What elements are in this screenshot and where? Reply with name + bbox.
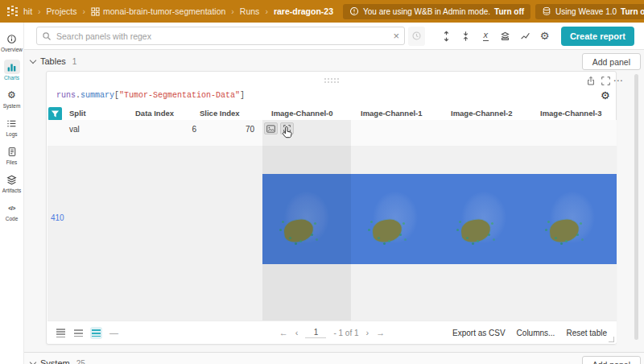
drag-handle-icon[interactable] (324, 78, 326, 80)
row-height-grid-icon[interactable] (90, 327, 102, 339)
export-panel-icon[interactable] (584, 75, 597, 86)
image-channel-1-thumbnail[interactable] (351, 174, 440, 264)
breadcrumb-separator: › (265, 6, 268, 16)
sidebar-label: Charts (4, 75, 19, 81)
clear-search-icon[interactable]: × (394, 31, 400, 41)
vertical-scrollbar[interactable] (634, 74, 638, 340)
top-navbar: hit › Projects › monai-brain-tumor-segme… (0, 0, 644, 23)
system-section-header[interactable]: System 25 (31, 358, 85, 364)
code-icon: </> (4, 201, 20, 215)
sidebar-item-logs[interactable]: Logs (0, 114, 24, 140)
add-panel-button[interactable]: Add panel (582, 53, 641, 70)
add-panel-button[interactable]: Add panel (582, 356, 641, 364)
sidebar-label: Files (6, 159, 18, 165)
list-icon (4, 116, 20, 130)
breadcrumb-runs[interactable]: Runs (240, 6, 260, 16)
tumor-mask (371, 218, 402, 243)
fullscreen-icon[interactable] (599, 75, 612, 86)
column-header-data-index[interactable]: Data Index (135, 109, 174, 118)
mouse-cursor-hand (282, 126, 292, 139)
reset-table-link[interactable]: Reset table (566, 329, 607, 337)
panel-resize-handle[interactable] (609, 337, 614, 342)
create-report-button[interactable]: Create report (561, 27, 634, 46)
column-header-split[interactable]: Split (69, 109, 86, 118)
row-index-link[interactable]: 410 (51, 213, 64, 222)
first-page-icon[interactable]: ← (279, 328, 288, 337)
page-number-input[interactable]: 1 (305, 328, 326, 338)
workspace-main: Tables 1 Add panel ⋯ runs.summary["Tumor… (24, 50, 644, 364)
tumor-mask (283, 218, 314, 243)
cell-slice-index: 70 (225, 125, 254, 134)
column-header-image-channel-1[interactable]: Image-Channel-1 (361, 109, 423, 118)
row-height-compact-icon[interactable] (55, 327, 67, 339)
alert-circle-icon (349, 6, 359, 16)
weave-banner: Using Weave 1.0 Turn off (535, 4, 644, 19)
settings-gear-icon[interactable]: ⚙ (536, 27, 552, 46)
x-axis-settings-icon[interactable]: x (477, 27, 493, 46)
search-input[interactable] (56, 31, 389, 41)
outliers-line-icon[interactable] (517, 27, 533, 46)
column-header-slice-index[interactable]: Slice Index (200, 109, 240, 118)
image-row-strip[interactable] (262, 174, 617, 264)
tumor-speckles (282, 221, 284, 223)
column-header-image-channel-2[interactable]: Image-Channel-2 (451, 109, 513, 118)
collapse-panels-icon[interactable] (458, 27, 474, 46)
panel-search[interactable]: × (36, 27, 405, 45)
sidebar-item-charts[interactable]: Charts (0, 57, 24, 84)
query-object: runs (56, 91, 76, 100)
column-header-image-channel-3[interactable]: Image-Channel-3 (540, 109, 602, 118)
row-height-toggle-group: — (55, 327, 120, 339)
run-sidebar: Overview Charts ⚙ System Logs Files (0, 23, 24, 364)
panel-menu-icon[interactable]: ⋯ (612, 75, 625, 86)
panel-layout-icon[interactable] (497, 27, 514, 46)
breadcrumb-projects[interactable]: Projects (47, 6, 77, 16)
breadcrumb-current-run[interactable]: rare-dragon-23 (274, 6, 333, 16)
breadcrumb-separator: › (38, 6, 41, 16)
chevron-down-icon (30, 358, 36, 364)
table-footer-links: Export as CSV Columns... Reset table (452, 329, 607, 337)
project-icon (91, 7, 100, 16)
undo-history-icon (408, 27, 424, 46)
tumor-speckles (370, 221, 373, 223)
breadcrumb-user[interactable]: hit (23, 6, 32, 16)
sidebar-label: Artifacts (2, 188, 21, 193)
section-count: 1 (72, 57, 77, 66)
sidebar-item-artifacts[interactable]: Artifacts (0, 170, 24, 196)
cell-split: val (69, 125, 80, 134)
row-height-single-icon[interactable]: — (108, 327, 120, 339)
table-settings-gear-icon[interactable]: ⚙ (601, 89, 610, 101)
admin-banner-text: You are using W&B in Admin mode. (363, 7, 490, 16)
filter-button[interactable] (48, 107, 62, 121)
prev-page-icon[interactable]: ‹ (295, 328, 299, 337)
gear-icon: ⚙ (4, 88, 20, 102)
next-page-icon[interactable]: › (366, 328, 369, 337)
export-csv-link[interactable]: Export as CSV (452, 329, 506, 337)
sidebar-item-files[interactable]: Files (0, 142, 24, 168)
sidebar-label: Logs (6, 131, 17, 137)
weave-banner-text: Using Weave 1.0 (555, 7, 617, 16)
image-channel-2-thumbnail[interactable] (440, 174, 528, 264)
breadcrumb-project[interactable]: monai-brain-tumor-segmentation (103, 6, 225, 16)
row-height-medium-icon[interactable] (72, 327, 85, 339)
image-channel-0-thumbnail[interactable] (262, 174, 351, 264)
image-preview-button[interactable] (264, 122, 278, 134)
sidebar-item-overview[interactable]: Overview (0, 29, 24, 56)
tables-section-header[interactable]: Tables 1 (31, 56, 76, 66)
table-panel: ⋯ runs.summary["Tumor-Segmentation-Data"… (46, 71, 617, 345)
weave-turn-off-button[interactable]: Turn off (621, 7, 644, 16)
wandb-logo[interactable] (6, 5, 19, 18)
image-channel-3-thumbnail[interactable] (528, 174, 617, 264)
sidebar-label: Overview (1, 47, 23, 52)
last-page-icon[interactable]: → (376, 328, 385, 337)
table-row[interactable] (47, 120, 617, 147)
sidebar-item-system[interactable]: ⚙ System (0, 85, 24, 112)
columns-link[interactable]: Columns... (517, 329, 555, 337)
admin-turn-off-button[interactable]: Turn off (494, 7, 524, 16)
column-header-image-channel-0[interactable]: Image-Channel-0 (271, 109, 333, 118)
tumor-mask (548, 218, 580, 243)
sidebar-item-code[interactable]: </> Code (0, 198, 24, 225)
gear-glyph: ⚙ (540, 31, 550, 41)
tumor-speckles (459, 221, 461, 223)
panel-query[interactable]: runs.summary["Tumor-Segmentation-Data"] (56, 91, 245, 100)
expand-panels-icon[interactable] (438, 27, 454, 46)
